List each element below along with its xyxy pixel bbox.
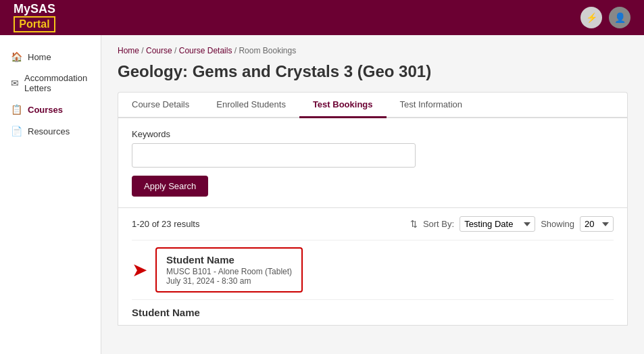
page-title: Geology: Gems and Crystals 3 (Geo 301)	[118, 62, 628, 81]
tab-course-details[interactable]: Course Details	[118, 93, 203, 118]
home-icon: 🏠	[11, 51, 22, 62]
tabs-container: Course Details Enrolled Students Test Bo…	[118, 92, 628, 118]
sidebar-item-accommodation[interactable]: ✉ Accommodation Letters	[0, 68, 101, 99]
sidebar-item-resources-label: Resources	[28, 126, 70, 136]
sidebar-item-home-label: Home	[28, 52, 51, 62]
logo-mysas: MySAS	[14, 3, 55, 16]
header: MySAS Portal ⚡ 👤	[0, 0, 644, 35]
logo-portal: Portal	[14, 16, 55, 33]
breadcrumb-home[interactable]: Home	[118, 46, 139, 55]
sidebar-item-resources[interactable]: 📄 Resources	[0, 120, 101, 142]
header-icons: ⚡ 👤	[580, 7, 630, 28]
apply-search-button[interactable]: Apply Search	[132, 176, 208, 197]
breadcrumb: Home / Course / Course Details / Room Bo…	[118, 46, 628, 55]
student-row-1: ➤ Student Name MUSC B101 - Alone Room (T…	[132, 240, 614, 299]
results-area: 1-20 of 23 results ⇅ Sort By: Testing Da…	[118, 208, 628, 326]
courses-icon: 📋	[11, 104, 22, 115]
sidebar-item-courses[interactable]: 📋 Courses	[0, 99, 101, 120]
keywords-input[interactable]	[132, 143, 416, 168]
student-date-1: July 31, 2024 - 8:30 am	[166, 276, 292, 286]
logo: MySAS Portal	[14, 3, 55, 33]
sidebar-item-accommodation-label: Accommodation Letters	[24, 73, 90, 93]
breadcrumb-course[interactable]: Course	[146, 46, 172, 55]
tab-test-information[interactable]: Test Information	[387, 93, 476, 118]
breadcrumb-current: Room Bookings	[239, 46, 296, 55]
sidebar-item-home[interactable]: 🏠 Home	[0, 46, 101, 68]
breadcrumb-sep2: /	[174, 46, 179, 55]
accommodation-icon: ✉	[11, 78, 19, 88]
content-area: Home / Course / Course Details / Room Bo…	[101, 35, 644, 354]
results-count: 1-20 of 23 results	[132, 219, 199, 229]
sort-icon: ⇅	[410, 219, 418, 229]
sidebar-item-courses-label: Courses	[28, 105, 63, 115]
sort-by-label: Sort By:	[423, 219, 454, 229]
showing-label: Showing	[541, 219, 574, 229]
student-row-2: Student Name	[132, 299, 614, 325]
tabs: Course Details Enrolled Students Test Bo…	[118, 93, 627, 118]
sort-controls: ⇅ Sort By: Testing Date Student Name Sho…	[410, 216, 614, 232]
tab-enrolled-students[interactable]: Enrolled Students	[203, 93, 299, 118]
student-room-1: MUSC B101 - Alone Room (Tablet)	[166, 267, 292, 276]
tab-test-bookings[interactable]: Test Bookings	[299, 93, 387, 118]
search-panel: Keywords Apply Search	[118, 118, 628, 208]
student-card-highlighted[interactable]: Student Name MUSC B101 - Alone Room (Tab…	[155, 247, 303, 293]
student-name-2: Student Name	[132, 307, 614, 318]
arrow-indicator: ➤	[132, 261, 147, 280]
user-profile-button[interactable]: 👤	[609, 7, 630, 28]
notification-button[interactable]: ⚡	[580, 7, 602, 28]
sort-select[interactable]: Testing Date Student Name	[460, 216, 535, 232]
resources-icon: 📄	[11, 126, 22, 136]
showing-select[interactable]: 20 50 100	[580, 216, 614, 232]
sidebar: 🏠 Home ✉ Accommodation Letters 📋 Courses…	[0, 35, 101, 354]
keywords-label: Keywords	[132, 129, 614, 139]
student-name-1: Student Name	[166, 254, 292, 266]
breadcrumb-course-details[interactable]: Course Details	[179, 46, 232, 55]
main-layout: 🏠 Home ✉ Accommodation Letters 📋 Courses…	[0, 35, 644, 354]
results-header: 1-20 of 23 results ⇅ Sort By: Testing Da…	[132, 216, 614, 232]
